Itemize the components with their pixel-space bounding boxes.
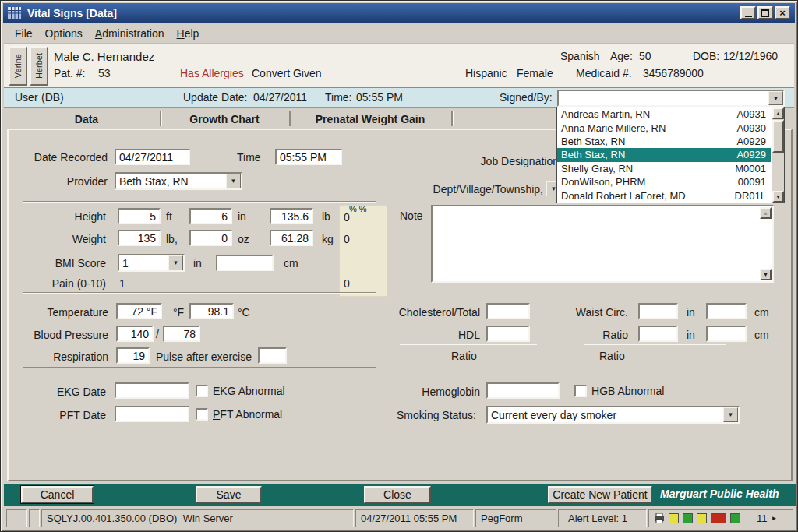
height-ft-input[interactable]	[118, 208, 161, 224]
menu-options[interactable]: Options	[45, 27, 83, 40]
unit-ft: ft	[166, 210, 172, 223]
temperature-c-input[interactable]	[189, 303, 234, 319]
tab-prenatal-weight-gain[interactable]: Prenatal Weight Gain	[291, 109, 450, 129]
menu-file[interactable]: File	[15, 27, 33, 40]
note-textarea[interactable]: ▲ ▼	[431, 205, 774, 283]
menu-help[interactable]: Help	[177, 27, 200, 40]
tab-data[interactable]: Data	[13, 109, 160, 129]
unit-fahrenheit: °F	[173, 306, 184, 319]
pulse-after-exercise-label: Pulse after exercise	[156, 351, 252, 363]
ekg-abnormal-checkbox[interactable]	[196, 385, 208, 397]
maximize-icon[interactable]	[757, 6, 773, 19]
weight-lb-input[interactable]	[118, 230, 161, 246]
time-field-label: Time	[237, 151, 261, 164]
weight-oz-input[interactable]	[189, 230, 232, 246]
weight-label: Weight	[20, 233, 106, 245]
bmi-combobox[interactable]: 1 ▼	[118, 254, 185, 272]
pft-date-label: PFT Date	[20, 409, 106, 421]
status-server: SQLYJ.00.401.350.00 (DBO) Win Server	[41, 509, 354, 527]
pain-value: 1	[119, 277, 125, 290]
time-input[interactable]	[275, 149, 342, 165]
cholesterol-ratio-label: Ratio	[451, 350, 477, 362]
minimize-icon[interactable]	[740, 6, 756, 19]
bp-separator: /	[156, 328, 159, 340]
scroll-down-icon[interactable]: ▼	[772, 191, 784, 203]
chevron-down-icon[interactable]: ▼	[226, 174, 241, 188]
pulse-after-exercise-input[interactable]	[258, 347, 287, 364]
chevron-down-icon[interactable]: ▼	[723, 407, 738, 422]
cancel-button[interactable]: Cancel	[21, 486, 94, 503]
height-percentile: 0	[344, 211, 350, 224]
signed-by-combobox[interactable]: ▼	[557, 90, 785, 107]
temperature-label: Temperature	[20, 306, 108, 319]
save-button[interactable]: Save	[196, 486, 262, 503]
hgb-abnormal-checkbox[interactable]	[574, 385, 587, 397]
chevron-down-icon[interactable]: ▼	[768, 91, 783, 105]
list-item[interactable]: Shelly Gray, RNM0001	[557, 162, 771, 175]
unit-lb-comma: lb,	[166, 233, 178, 245]
title-bar[interactable]: Vital Signs [Data] ×	[3, 3, 795, 23]
unit-oz: oz	[238, 233, 249, 245]
list-item[interactable]: Beth Stax, RNA0929	[557, 135, 771, 148]
waist-ratio-in-input[interactable]	[638, 326, 678, 342]
pain-label: Pain (0-10)	[20, 277, 106, 290]
side-tab-verine[interactable]: Verine	[9, 46, 27, 86]
hemoglobin-input[interactable]	[486, 382, 560, 399]
status-bar: SQLYJ.00.401.350.00 (DBO) Win Server 04/…	[4, 508, 796, 530]
patient-language: Spanish	[560, 50, 600, 62]
tab-growth-chart[interactable]: Growth Chart	[161, 109, 288, 129]
status-cell-empty	[6, 509, 27, 527]
cholesterol-total-input[interactable]	[486, 303, 530, 319]
date-recorded-input[interactable]	[115, 149, 190, 165]
user-label: User	[15, 91, 38, 104]
scroll-down-icon[interactable]: ▼	[760, 269, 772, 280]
scroll-up-icon[interactable]: ▲	[760, 207, 772, 219]
menu-bar: File Options Administration Help	[4, 23, 794, 44]
ekg-date-input[interactable]	[115, 382, 189, 399]
bmi-cm-input[interactable]	[216, 255, 274, 271]
dob-label: DOB:	[693, 50, 719, 62]
ratio-unit-cm: cm	[754, 329, 769, 341]
time-label: Time:	[325, 91, 351, 104]
list-item[interactable]: Andreas Martin, RNA0931	[557, 107, 771, 121]
time-value: 05:55 PM	[356, 91, 403, 104]
pft-abnormal-checkbox[interactable]	[196, 408, 208, 421]
cholesterol-total-label: Cholesterol/Total	[389, 306, 480, 319]
smoking-status-combobox[interactable]: Current every day smoker ▼	[486, 406, 740, 424]
scroll-up-icon[interactable]: ▲	[772, 107, 784, 119]
waist-unit-cm: cm	[754, 306, 769, 319]
side-tab-herbet[interactable]: Herbet	[30, 46, 48, 86]
separator	[584, 344, 726, 345]
height-lb-input[interactable]	[270, 208, 313, 224]
list-item-selected[interactable]: Beth Stax, RNA0929	[557, 148, 771, 161]
height-in-input[interactable]	[189, 208, 232, 224]
scrollbar-thumb[interactable]	[772, 120, 784, 153]
bp-diastolic-input[interactable]	[163, 326, 200, 342]
provider-combobox[interactable]: Beth Stax, RN ▼	[115, 172, 242, 190]
waist-cm-input[interactable]	[706, 303, 747, 319]
expand-arrow-icon[interactable]: ►	[772, 515, 778, 522]
close-button[interactable]: Close	[364, 486, 431, 503]
pft-date-input[interactable]	[115, 406, 189, 422]
unit-kg: kg	[322, 233, 334, 245]
list-item[interactable]: Donald Robert LaForet, MDDR01L	[557, 188, 771, 202]
ekg-abnormal-label: EKG Abnormal	[213, 385, 285, 397]
menu-administration[interactable]: Administration	[95, 27, 164, 40]
dropdown-scrollbar[interactable]: ▲ ▼	[772, 107, 784, 203]
waist-in-input[interactable]	[638, 303, 678, 319]
separator	[23, 367, 376, 368]
waist-ratio-cm-input[interactable]	[706, 326, 747, 342]
list-item[interactable]: DonWilson, PHRM00091	[557, 175, 771, 188]
bp-systolic-input[interactable]	[116, 326, 154, 342]
weight-kg-input[interactable]	[270, 230, 313, 246]
respiration-input[interactable]	[116, 347, 150, 364]
hdl-input[interactable]	[486, 326, 530, 342]
temperature-f-input[interactable]	[116, 303, 162, 319]
pain-percentile: 0	[344, 277, 350, 290]
chevron-down-icon[interactable]: ▼	[168, 255, 183, 270]
close-icon[interactable]: ×	[775, 6, 790, 19]
height-label: Height	[20, 210, 106, 223]
tab-separator	[451, 111, 453, 126]
create-new-patient-button[interactable]: Create New Patient	[548, 486, 652, 503]
list-item[interactable]: Anna Marie Millere, RNA0930	[557, 121, 771, 134]
